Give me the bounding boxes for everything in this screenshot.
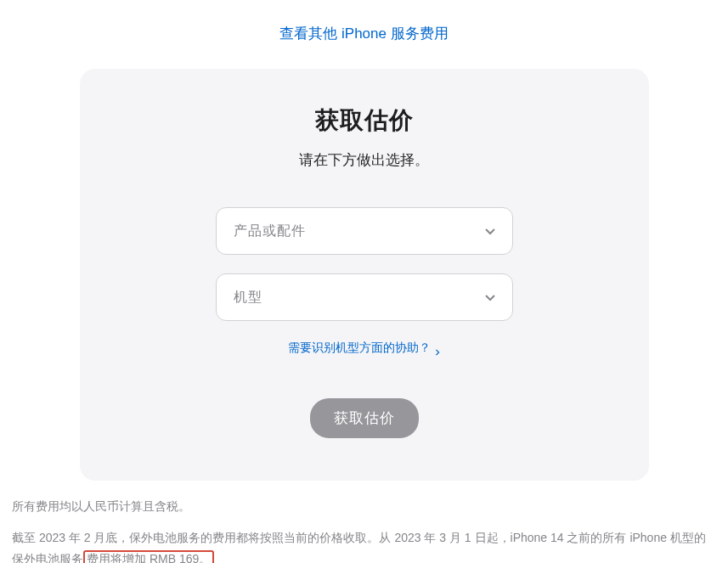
model-select[interactable]: 机型 bbox=[216, 273, 513, 321]
footer-line-1: 所有费用均以人民币计算且含税。 bbox=[12, 496, 716, 517]
footer-notes: 所有费用均以人民币计算且含税。 截至 2023 年 2 月底，保外电池服务的费用… bbox=[0, 481, 728, 563]
estimate-card: 获取估价 请在下方做出选择。 产品或配件 机型 需要识别机型方面的协助？ bbox=[80, 69, 649, 481]
help-link-text: 需要识别机型方面的协助？ bbox=[288, 341, 431, 356]
chevron-down-icon bbox=[483, 224, 497, 238]
model-select-placeholder: 机型 bbox=[234, 289, 262, 307]
card-subtitle: 请在下方做出选择。 bbox=[114, 150, 615, 170]
product-select[interactable]: 产品或配件 bbox=[216, 207, 513, 255]
highlighted-text: 费用将增加 RMB 169。 bbox=[83, 550, 214, 563]
product-select-placeholder: 产品或配件 bbox=[234, 222, 306, 240]
chevron-right-icon bbox=[434, 345, 441, 352]
identify-model-help-link[interactable]: 需要识别机型方面的协助？ bbox=[288, 341, 441, 356]
chevron-down-icon bbox=[483, 290, 497, 304]
get-estimate-button[interactable]: 获取估价 bbox=[310, 398, 419, 438]
card-title: 获取估价 bbox=[114, 104, 615, 137]
footer-line-2: 截至 2023 年 2 月底，保外电池服务的费用都将按照当前的价格收取。从 20… bbox=[12, 527, 716, 563]
other-service-fees-link[interactable]: 查看其他 iPhone 服务费用 bbox=[0, 0, 728, 59]
